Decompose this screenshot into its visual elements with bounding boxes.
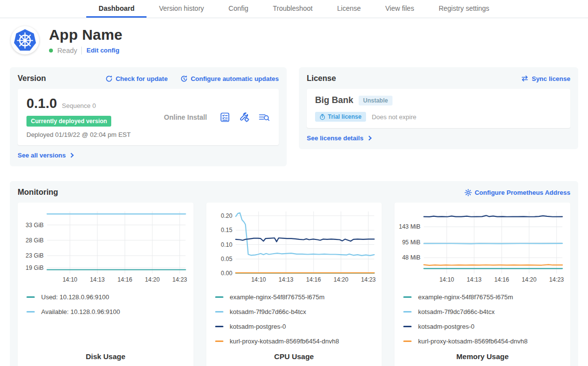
svg-text:14:20: 14:20 (145, 276, 160, 283)
sync-arrows-icon (521, 75, 529, 82)
svg-text:19 GiB: 19 GiB (25, 264, 44, 271)
gear-icon (465, 189, 472, 196)
memory-usage-legend: example-nginx-54f8f76755-l675mkotsadm-7f… (403, 286, 566, 345)
legend-dash-icon (403, 326, 412, 327)
svg-text:14:23: 14:23 (172, 276, 187, 283)
legend-label: kotsadm-7f9dc7d66c-b4tcx (418, 308, 494, 315)
configure-prometheus-link[interactable]: Configure Prometheus Address (465, 189, 570, 196)
tab-version-history[interactable]: Version history (147, 0, 216, 18)
svg-text:14:20: 14:20 (333, 276, 348, 283)
legend-item: example-nginx-54f8f76755-l675m (215, 293, 378, 301)
legend-dash-icon (403, 311, 412, 313)
svg-text:14:10: 14:10 (63, 276, 77, 283)
tab-registry-settings[interactable]: Registry settings (426, 0, 501, 18)
license-card: Big Bank Unstable Trial license Does not… (307, 89, 570, 128)
license-panel: License Sync license Big Bank Unstable (299, 67, 578, 149)
check-for-update-link[interactable]: Check for update (105, 75, 168, 82)
legend-dash-icon (215, 340, 223, 342)
svg-text:23 GiB: 23 GiB (25, 252, 44, 259)
svg-text:28 GiB: 28 GiB (25, 237, 44, 244)
sequence-label: Sequence 0 (62, 102, 96, 109)
clock-arrow-icon (180, 75, 188, 82)
app-header: App Name Ready Edit config (0, 18, 588, 60)
legend-item: kurl-proxy-kotsadm-8569fb6454-dnvh8 (403, 338, 566, 345)
svg-text:0.15: 0.15 (220, 227, 232, 234)
legend-dash-icon (215, 311, 223, 313)
legend-dash-icon (215, 296, 223, 298)
tab-config[interactable]: Config (216, 0, 260, 18)
see-all-versions-link[interactable]: See all versions (18, 152, 73, 159)
channel-badge: Unstable (359, 96, 392, 105)
app-logo (11, 26, 39, 54)
divider (81, 47, 82, 54)
svg-text:14:23: 14:23 (549, 276, 564, 283)
current-version-card: 0.1.0 Sequence 0 Currently deployed vers… (18, 89, 279, 145)
disk-usage-chart: 14:1014:1314:1614:2014:2319 GiB23 GiB28 … (22, 208, 190, 284)
customer-name: Big Bank (315, 95, 353, 105)
license-title: License (307, 74, 336, 83)
legend-label: kotsadm-postgres-0 (418, 323, 474, 330)
svg-text:14:16: 14:16 (306, 276, 321, 283)
svg-text:14:13: 14:13 (278, 276, 293, 283)
app-status: Ready (57, 47, 77, 54)
legend-label: kurl-proxy-kotsadm-8569fb6454-dnvh8 (230, 338, 339, 345)
svg-text:143 MiB: 143 MiB (399, 223, 420, 230)
memory-usage-card: 14:1014:1314:1614:2014:2348 MiB95 MiB143… (394, 203, 570, 366)
tab-license[interactable]: License (325, 0, 373, 18)
refresh-icon (105, 75, 113, 82)
tab-dashboard[interactable]: Dashboard (86, 0, 147, 18)
tab-view-files[interactable]: View files (373, 0, 426, 18)
legend-dash-icon (215, 326, 223, 327)
see-license-details-link[interactable]: See license details (307, 134, 371, 142)
disk-usage-legend: Used: 10.128.0.96:9100Available: 10.128.… (26, 286, 190, 315)
stopwatch-icon (319, 114, 325, 120)
config-wrench-icon[interactable] (239, 111, 250, 123)
configure-automatic-updates-link[interactable]: Configure automatic updates (180, 75, 279, 82)
legend-dash-icon (403, 296, 412, 298)
chevron-right-icon (367, 136, 371, 141)
svg-text:0.00: 0.00 (220, 270, 232, 277)
status-dot (49, 49, 53, 52)
page: Dashboard Version history Config Trouble… (0, 0, 588, 366)
svg-text:14:10: 14:10 (251, 276, 266, 283)
tab-troubleshoot[interactable]: Troubleshoot (261, 0, 325, 18)
deployed-badge: Currently deployed version (26, 116, 111, 127)
kubernetes-icon (11, 26, 39, 54)
preflight-checklist-icon[interactable] (220, 112, 230, 123)
legend-item: kotsadm-7f9dc7d66c-b4tcx (215, 308, 378, 315)
svg-text:14:16: 14:16 (118, 276, 132, 283)
deployed-timestamp: Deployed 01/19/22 @ 02:04 pm EST (26, 131, 151, 138)
install-type: Online Install (151, 113, 220, 121)
svg-text:14:13: 14:13 (467, 276, 482, 283)
memory-usage-chart: 14:1014:1314:1614:2014:2348 MiB95 MiB143… (398, 208, 566, 284)
monitoring-panel: Monitoring Configure Prometheus Address … (10, 181, 578, 366)
deploy-logs-icon[interactable] (258, 112, 270, 123)
legend-item: kotsadm-7f9dc7d66c-b4tcx (403, 308, 566, 315)
svg-text:14:13: 14:13 (90, 276, 105, 283)
edit-config-link[interactable]: Edit config (86, 47, 119, 54)
legend-dash-icon (26, 311, 35, 313)
svg-text:48 MiB: 48 MiB (402, 254, 420, 261)
disk-usage-card: 14:1014:1314:1614:2014:2319 GiB23 GiB28 … (18, 203, 194, 366)
disk-usage-title: Disk Usage (22, 352, 190, 363)
sync-license-link[interactable]: Sync license (521, 75, 570, 82)
chevron-right-icon (69, 153, 74, 158)
version-title: Version (18, 74, 46, 83)
svg-text:33 GiB: 33 GiB (25, 222, 44, 229)
legend-label: kotsadm-postgres-0 (230, 323, 286, 330)
monitoring-title: Monitoring (18, 188, 58, 197)
legend-label: Used: 10.128.0.96:9100 (41, 293, 109, 301)
legend-item: example-nginx-54f8f76755-l675m (403, 293, 566, 301)
svg-text:0.05: 0.05 (220, 256, 232, 262)
legend-label: Available: 10.128.0.96:9100 (41, 308, 120, 315)
svg-text:14:20: 14:20 (522, 276, 537, 283)
legend-dash-icon (26, 296, 35, 298)
expiry-text: Does not expire (372, 113, 416, 121)
svg-text:0.20: 0.20 (220, 212, 232, 219)
cpu-usage-chart: 14:1014:1314:1614:2014:230.000.050.100.1… (210, 208, 378, 284)
legend-item: kurl-proxy-kotsadm-8569fb6454-dnvh8 (215, 338, 378, 345)
legend-item: kotsadm-postgres-0 (215, 323, 378, 330)
cpu-usage-card: 14:1014:1314:1614:2014:230.000.050.100.1… (206, 203, 382, 366)
cpu-usage-legend: example-nginx-54f8f76755-l675mkotsadm-7f… (215, 286, 378, 345)
memory-usage-title: Memory Usage (398, 352, 566, 363)
